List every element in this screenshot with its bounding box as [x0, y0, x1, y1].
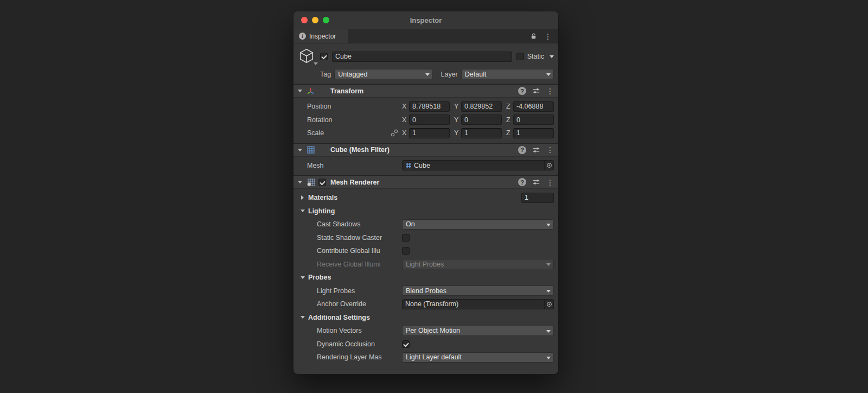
active-checkbox[interactable]	[320, 53, 328, 60]
cast-shadows-dropdown[interactable]: On	[402, 219, 554, 230]
kebab-menu-icon[interactable]: ⋮	[546, 87, 554, 95]
window-titlebar[interactable]: Inspector	[293, 11, 558, 29]
position-z-field[interactable]: -4.06888	[513, 102, 554, 112]
foldout-icon[interactable]	[298, 181, 302, 183]
lock-icon[interactable]	[530, 33, 537, 40]
help-icon[interactable]: ?	[518, 146, 526, 154]
materials-count-field[interactable]: 1	[521, 193, 554, 203]
mesh-filter-component: Cube (Mesh Filter) ? ⋮ Mesh Cube	[293, 143, 558, 176]
transform-title: Transform	[330, 87, 363, 95]
layer-label: Layer	[441, 71, 458, 78]
gameobject-header: Cube Static Tag Untagged Layer Default	[293, 43, 558, 84]
rotation-label: Rotation	[307, 116, 333, 124]
anchor-override-row: Anchor Override None (Transform)	[293, 297, 558, 311]
mesh-filter-header[interactable]: Cube (Mesh Filter) ? ⋮	[293, 144, 558, 157]
kebab-menu-icon[interactable]: ⋮	[546, 146, 554, 154]
help-icon[interactable]: ?	[518, 178, 526, 186]
tab-inspector[interactable]: i Inspector	[293, 29, 348, 43]
foldout-icon[interactable]	[301, 210, 305, 212]
mesh-row: Mesh Cube	[293, 159, 558, 173]
rotation-z-field[interactable]: 0	[513, 115, 554, 125]
rendering-layer-mask-value: Light Layer default	[406, 353, 462, 361]
dropdown-arrow-icon	[546, 290, 551, 293]
contribute-gi-row: Contribute Global Illu	[293, 244, 558, 258]
mesh-renderer-enabled-checkbox[interactable]	[318, 179, 326, 186]
minimize-button[interactable]	[312, 17, 318, 23]
axis-z-label: Z	[506, 103, 513, 110]
layer-dropdown[interactable]: Default	[461, 69, 554, 79]
header-actions: ? ⋮	[518, 146, 554, 154]
name-field[interactable]: Cube	[332, 52, 512, 62]
window-title: Inspector	[410, 16, 442, 24]
position-x-field[interactable]: 8.789518	[409, 102, 450, 112]
cube-gameobject-icon[interactable]	[298, 47, 316, 66]
probes-section-row: Probes	[293, 271, 558, 284]
dynamic-occlusion-checkbox[interactable]	[402, 340, 410, 348]
icon-picker-arrow-icon[interactable]	[314, 62, 318, 65]
foldout-icon[interactable]	[301, 316, 305, 319]
anchor-override-object-field[interactable]: None (Transform)	[402, 299, 554, 309]
foldout-icon[interactable]	[301, 276, 305, 279]
light-probes-dropdown[interactable]: Blend Probes	[402, 286, 554, 296]
rotation-x-field[interactable]: 0	[409, 115, 450, 125]
position-y-field[interactable]: 0.829852	[461, 102, 502, 112]
transform-component: Transform ? ⋮ Position X 8.789518 Y 0.82…	[293, 84, 558, 143]
position-fields: X 8.789518 Y 0.829852 Z -4.06888	[402, 102, 554, 112]
presets-icon[interactable]	[532, 146, 540, 154]
scale-z-field[interactable]: 1	[513, 128, 554, 138]
tag-value: Untagged	[338, 71, 367, 78]
axis-x-label: X	[402, 116, 409, 124]
kebab-menu-icon[interactable]: ⋮	[546, 179, 554, 186]
mesh-object-field[interactable]: Cube	[402, 160, 554, 170]
cast-shadows-label: Cast Shadows	[317, 220, 361, 228]
rendering-layer-mask-label: Rendering Layer Mas	[317, 353, 382, 361]
inspector-window: Inspector i Inspector ⋮ Cube Static	[293, 11, 559, 375]
scale-y-field[interactable]: 1	[461, 128, 502, 138]
unlink-constraint-icon[interactable]	[391, 129, 398, 137]
transform-header[interactable]: Transform ? ⋮	[293, 85, 558, 98]
object-picker-icon[interactable]	[544, 300, 553, 309]
presets-icon[interactable]	[532, 87, 540, 95]
rendering-layer-mask-dropdown[interactable]: Light Layer default	[402, 352, 554, 363]
motion-vectors-dropdown[interactable]: Per Object Motion	[402, 326, 554, 336]
presets-icon[interactable]	[532, 178, 540, 186]
foldout-icon[interactable]	[301, 195, 304, 200]
dropdown-arrow-icon	[425, 73, 430, 76]
scale-label: Scale	[307, 129, 324, 137]
tag-label: Tag	[320, 71, 331, 78]
motion-vectors-row: Motion Vectors Per Object Motion	[293, 324, 558, 338]
object-picker-icon[interactable]	[544, 161, 553, 170]
header-actions: ? ⋮	[518, 178, 554, 186]
close-button[interactable]	[301, 17, 308, 23]
mesh-renderer-header[interactable]: Mesh Renderer ? ⋮	[293, 176, 558, 189]
gameobject-name-row: Cube Static	[298, 47, 554, 66]
tab-kebab-menu-icon[interactable]: ⋮	[544, 33, 552, 40]
motion-vectors-value: Per Object Motion	[406, 327, 460, 334]
scale-x-field[interactable]: 1	[409, 128, 450, 138]
position-row: Position X 8.789518 Y 0.829852 Z -4.0688…	[293, 100, 558, 113]
tag-dropdown[interactable]: Untagged	[334, 69, 432, 79]
static-flags-dropdown-arrow-icon[interactable]	[550, 55, 554, 58]
mesh-filter-icon	[307, 145, 318, 154]
foldout-icon[interactable]	[298, 149, 302, 151]
axis-y-label: Y	[454, 129, 461, 137]
mesh-renderer-component: Mesh Renderer ? ⋮ Materials 1	[293, 175, 558, 367]
tabstrip-actions: ⋮	[530, 29, 558, 43]
header-actions: ? ⋮	[518, 87, 554, 95]
contribute-gi-label: Contribute Global Illu	[317, 247, 380, 255]
rotation-y-field[interactable]: 0	[461, 115, 502, 125]
scale-fields: X 1 Y 1 Z 1	[402, 128, 554, 138]
fullscreen-button[interactable]	[323, 17, 329, 23]
foldout-icon[interactable]	[298, 90, 302, 92]
additional-settings-section-row: Additional Settings	[293, 311, 558, 325]
probes-section-label: Probes	[308, 274, 331, 281]
contribute-gi-checkbox[interactable]	[402, 247, 410, 255]
receive-gi-row: Receive Global Illumi Light Probes	[293, 258, 558, 271]
rendering-layer-mask-row: Rendering Layer Mas Light Layer default	[293, 351, 558, 364]
static-shadow-caster-checkbox[interactable]	[402, 234, 410, 242]
static-checkbox[interactable]	[516, 53, 524, 60]
dropdown-arrow-icon	[546, 330, 551, 333]
receive-gi-dropdown: Light Probes	[402, 259, 554, 269]
lighting-section-label: Lighting	[308, 207, 335, 215]
help-icon[interactable]: ?	[518, 87, 526, 95]
